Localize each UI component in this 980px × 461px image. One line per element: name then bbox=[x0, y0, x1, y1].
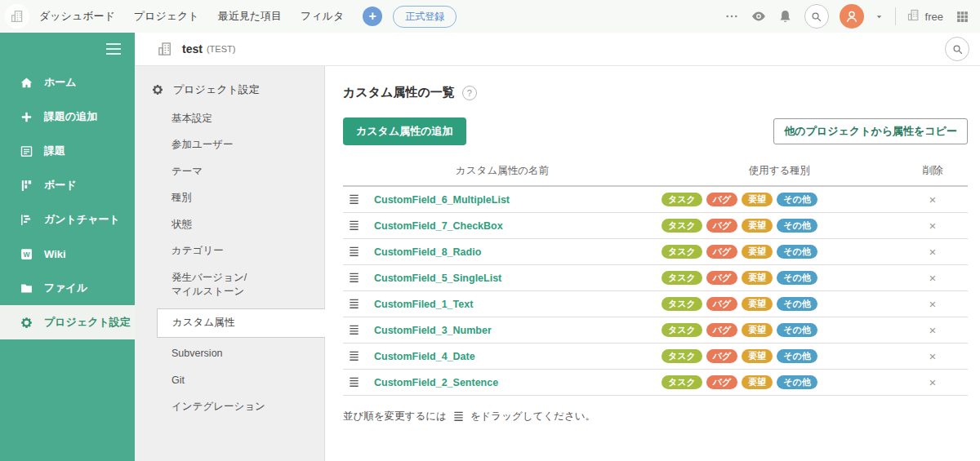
issue-type-badge: バグ bbox=[706, 193, 738, 206]
custom-field-link[interactable]: CustomField_7_CheckBox bbox=[374, 220, 662, 232]
drag-handle[interactable] bbox=[343, 298, 374, 310]
home-icon bbox=[20, 76, 33, 90]
delete-button[interactable]: × bbox=[898, 375, 968, 389]
table-header: カスタム属性の名前 使用する種別 削除 bbox=[343, 164, 968, 187]
issue-type-badges: タスクバグ要望その他 bbox=[662, 193, 898, 206]
search-icon[interactable] bbox=[804, 4, 829, 29]
sidebar-item-label: 課題の追加 bbox=[44, 109, 97, 124]
more-icon[interactable] bbox=[724, 8, 740, 24]
sidebar-item-label: ガントチャート bbox=[44, 212, 120, 227]
settings-menu-header-label: プロジェクト設定 bbox=[173, 82, 260, 97]
project-icon bbox=[157, 41, 173, 57]
issue-type-badge: その他 bbox=[777, 297, 817, 311]
global-add-button[interactable]: + bbox=[363, 7, 382, 26]
drag-handle[interactable] bbox=[343, 219, 374, 232]
custom-field-link[interactable]: CustomField_5_SingleList bbox=[374, 273, 662, 284]
drag-handle[interactable] bbox=[343, 193, 374, 206]
sidebar-item-wiki[interactable]: WWiki bbox=[0, 237, 135, 271]
issue-type-badge: 要望 bbox=[742, 297, 773, 311]
drag-handle[interactable] bbox=[343, 246, 374, 258]
settings-menu-item-basic[interactable]: 基本設定 bbox=[135, 105, 324, 132]
gear-icon bbox=[151, 83, 164, 96]
watch-eye-icon[interactable] bbox=[751, 8, 767, 24]
delete-button[interactable]: × bbox=[898, 245, 968, 259]
table-row: CustomField_8_Radioタスクバグ要望その他× bbox=[343, 239, 968, 265]
app-logo[interactable] bbox=[5, 4, 29, 29]
issue-type-badges: タスクバグ要望その他 bbox=[662, 271, 898, 285]
settings-menu-item-custom-fields[interactable]: カスタム属性 bbox=[157, 308, 325, 338]
custom-field-link[interactable]: CustomFiled_1_Text bbox=[374, 299, 662, 310]
files-icon bbox=[20, 281, 33, 295]
delete-button[interactable]: × bbox=[898, 271, 968, 285]
issue-type-badge: その他 bbox=[777, 349, 817, 363]
project-name[interactable]: test bbox=[182, 42, 203, 55]
drag-handle-icon bbox=[452, 410, 465, 423]
reorder-note: 並び順を変更するには をドラッグしてください。 bbox=[343, 410, 968, 423]
delete-button[interactable]: × bbox=[898, 297, 968, 311]
issue-type-badge: タスク bbox=[662, 219, 702, 233]
top-nav-item-projects[interactable]: プロジェクト bbox=[134, 9, 199, 24]
chevron-down-icon[interactable] bbox=[875, 11, 884, 21]
drag-handle[interactable] bbox=[343, 272, 374, 284]
settings-menu-item-members[interactable]: 参加ユーザー bbox=[135, 132, 324, 159]
settings-menu-item-git[interactable]: Git bbox=[135, 367, 324, 394]
settings-menu-item-subversion[interactable]: Subversion bbox=[135, 341, 324, 368]
issue-type-badge: その他 bbox=[777, 219, 817, 233]
sidebar-collapse-button[interactable] bbox=[0, 33, 135, 65]
column-header-delete: 削除 bbox=[898, 164, 968, 178]
settings-menu-item-statuses[interactable]: 状態 bbox=[135, 211, 324, 238]
issue-type-badges: タスクバグ要望その他 bbox=[662, 245, 898, 259]
settings-menu-item-issue-types[interactable]: 種別 bbox=[135, 185, 324, 212]
register-button[interactable]: 正式登録 bbox=[393, 6, 457, 28]
settings-menu-item-integrations[interactable]: インテグレーション bbox=[135, 394, 324, 421]
delete-button[interactable]: × bbox=[898, 323, 968, 337]
drag-handle[interactable] bbox=[343, 376, 374, 388]
drag-handle[interactable] bbox=[343, 350, 374, 362]
add-custom-field-button[interactable]: カスタム属性の追加 bbox=[343, 117, 466, 145]
top-nav-item-filter[interactable]: フィルタ bbox=[301, 9, 344, 24]
sidebar-item-label: ボード bbox=[44, 178, 77, 193]
issue-type-badge: タスク bbox=[662, 245, 702, 259]
issue-type-badge: タスク bbox=[662, 297, 702, 311]
delete-button[interactable]: × bbox=[898, 193, 968, 206]
apps-grid-icon[interactable] bbox=[954, 8, 970, 24]
sidebar-item-files[interactable]: ファイル bbox=[0, 271, 135, 305]
drag-handle[interactable] bbox=[343, 324, 374, 336]
delete-button[interactable]: × bbox=[898, 349, 968, 363]
issue-type-badge: その他 bbox=[777, 375, 817, 389]
issue-type-badge: バグ bbox=[706, 297, 738, 311]
sidebar-item-gantt[interactable]: ガントチャート bbox=[0, 202, 135, 237]
issue-type-badge: 要望 bbox=[742, 375, 773, 389]
sidebar-item-board[interactable]: ボード bbox=[0, 168, 135, 202]
sidebar-item-issues[interactable]: 課題 bbox=[0, 134, 135, 168]
issue-type-badge: その他 bbox=[777, 323, 817, 337]
project-search-icon[interactable] bbox=[945, 37, 969, 61]
notifications-bell-icon[interactable] bbox=[777, 8, 794, 24]
sidebar-item-home[interactable]: ホーム bbox=[0, 65, 135, 100]
custom-field-link[interactable]: CustomField_2_Sentence bbox=[374, 377, 662, 388]
custom-field-link[interactable]: CustomField_6_MultipleList bbox=[374, 194, 662, 206]
top-nav-item-recent[interactable]: 最近見た項目 bbox=[218, 9, 282, 24]
settings-menu-item-categories[interactable]: カテゴリー bbox=[135, 238, 324, 265]
settings-menu: プロジェクト設定 基本設定参加ユーザーテーマ種別状態カテゴリー発生バージョン/ … bbox=[135, 66, 325, 461]
issue-type-badges: タスクバグ要望その他 bbox=[662, 375, 898, 389]
settings-menu-item-theme[interactable]: テーマ bbox=[135, 158, 324, 185]
gear-icon bbox=[20, 316, 33, 330]
delete-button[interactable]: × bbox=[898, 219, 968, 233]
plan-indicator[interactable]: free bbox=[906, 8, 943, 24]
copy-fields-button[interactable]: 他のプロジェクトから属性をコピー bbox=[773, 118, 968, 144]
sidebar-item-add-issue[interactable]: 課題の追加 bbox=[0, 100, 135, 134]
table-row: CustomField_6_MultipleListタスクバグ要望その他× bbox=[343, 187, 968, 213]
top-nav-item-dashboard[interactable]: ダッシュボード bbox=[39, 9, 115, 24]
help-icon[interactable]: ? bbox=[462, 86, 477, 100]
settings-menu-item-versions-milestones[interactable]: 発生バージョン/ マイルストーン bbox=[135, 264, 324, 305]
custom-field-link[interactable]: CustomField_8_Radio bbox=[374, 246, 662, 258]
avatar[interactable] bbox=[840, 4, 864, 29]
issue-type-badge: 要望 bbox=[742, 271, 773, 285]
settings-menu-header[interactable]: プロジェクト設定 bbox=[135, 78, 324, 102]
custom-field-link[interactable]: CustomField_4_Date bbox=[374, 351, 662, 362]
custom-field-link[interactable]: CustomField_3_Number bbox=[374, 325, 662, 336]
sidebar-item-label: 課題 bbox=[44, 144, 65, 158]
sidebar-item-project-settings[interactable]: プロジェクト設定 bbox=[0, 305, 135, 339]
sidebar-nav: ホーム課題の追加課題ボードガントチャートWWikiファイルプロジェクト設定 bbox=[0, 65, 135, 339]
